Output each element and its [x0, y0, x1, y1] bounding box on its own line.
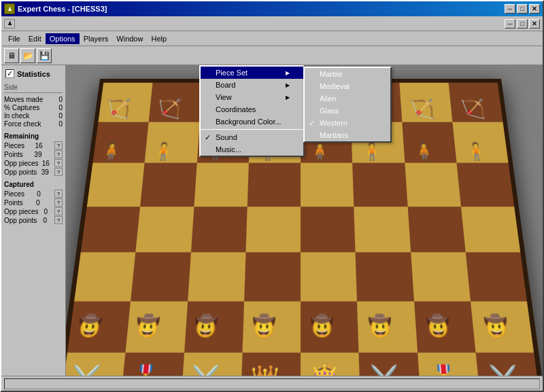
menu-help[interactable]: Help [147, 33, 171, 44]
menu-view[interactable]: View ▶ [201, 91, 303, 103]
piece-set-submenu: Marble Medieval Alien Glass [303, 67, 392, 143]
board-cell[interactable] [475, 353, 541, 376]
maximize-button[interactable]: □ [517, 4, 528, 14]
board-cell[interactable] [413, 301, 475, 353]
board-cell[interactable] [352, 163, 407, 207]
opp-points-help[interactable]: ? [54, 168, 63, 176]
arrow-icon: ▶ [286, 70, 290, 76]
board-cell[interactable] [456, 163, 514, 207]
remaining-title: Remaining [4, 132, 63, 140]
board-cell[interactable] [140, 163, 197, 207]
menu-martians[interactable]: Martians [305, 129, 390, 141]
board-cell[interactable] [67, 301, 131, 353]
board-cell[interactable] [242, 301, 301, 353]
board-cell[interactable] [241, 353, 301, 376]
board-cell[interactable] [190, 207, 247, 253]
board-cell[interactable] [87, 163, 145, 207]
board-cell[interactable] [402, 122, 456, 163]
main-window: ♟ Expert Chess - [CHESS3] ─ □ ✕ ♟ ─ □ ✕ … [0, 0, 544, 392]
board-cell[interactable] [461, 207, 521, 253]
menu-bg-color[interactable]: Background Color... [201, 115, 303, 128]
board-cell[interactable] [452, 122, 508, 163]
cap-pieces-help[interactable]: ? [54, 190, 63, 198]
board-cell[interactable] [92, 122, 148, 163]
stats-title: Statistics [17, 70, 50, 78]
board-cell[interactable] [407, 207, 465, 253]
menu-piece-set[interactable]: Piece Set ▶ Marble Medieval Alien [201, 67, 303, 79]
board-cell[interactable] [149, 83, 202, 122]
mdi-maximize[interactable]: □ [517, 19, 528, 29]
board-cell[interactable] [465, 252, 526, 301]
board-cell[interactable] [126, 301, 188, 353]
board-cell[interactable] [74, 252, 135, 301]
board-cell[interactable] [411, 252, 471, 301]
title-bar: ♟ Expert Chess - [CHESS3] ─ □ ✕ [1, 1, 543, 16]
board-cell[interactable] [184, 301, 243, 353]
board-cell[interactable] [99, 83, 153, 122]
board-cell[interactable] [301, 353, 360, 376]
board-cell[interactable] [145, 122, 199, 163]
board-cell[interactable] [399, 83, 452, 122]
board-cell[interactable] [357, 301, 417, 353]
board-cell[interactable] [359, 353, 421, 376]
board-cell[interactable] [136, 207, 194, 253]
side-label: Side [4, 84, 63, 93]
menu-options[interactable]: Options [46, 33, 80, 44]
menu-marble[interactable]: Marble [305, 68, 390, 80]
toolbar-save[interactable]: 💾 [37, 48, 52, 63]
menu-glass[interactable]: Glass [305, 105, 390, 117]
stats-checkbox[interactable]: ✓ [5, 69, 14, 78]
stat-in-check: In check 0 [4, 112, 63, 120]
close-button[interactable]: ✕ [529, 4, 540, 14]
board-cell[interactable] [81, 207, 141, 253]
cap-opp-pieces-help[interactable]: ? [54, 207, 63, 215]
menu-board[interactable]: Board ▶ [201, 79, 303, 91]
menu-alien[interactable]: Alien [305, 92, 390, 105]
menu-sound[interactable]: ✓ Sound [201, 131, 303, 143]
stats-header: ✓ Statistics [4, 68, 63, 79]
board-cell[interactable] [194, 163, 249, 207]
board-cell[interactable] [120, 353, 184, 376]
cap-opp-points-help[interactable]: ? [54, 216, 63, 224]
board-cell[interactable] [301, 252, 357, 301]
cap-pieces: Pieces 0 ? [4, 190, 63, 198]
cap-points-help[interactable]: ? [54, 198, 63, 207]
points-help[interactable]: ? [54, 150, 63, 158]
menu-music[interactable]: Music... [201, 143, 303, 156]
options-menu-popup: Piece Set ▶ Marble Medieval Alien [199, 65, 305, 157]
menu-medieval[interactable]: Medieval [305, 80, 390, 92]
board-cell[interactable] [354, 207, 411, 253]
status-bar [1, 376, 543, 391]
board-cell[interactable] [244, 252, 301, 301]
status-text [4, 378, 540, 389]
board-cell[interactable] [301, 301, 359, 353]
board-cell[interactable] [356, 252, 414, 301]
toolbar-new[interactable]: 🖥 [4, 48, 19, 63]
mdi-close[interactable]: ✕ [529, 19, 540, 29]
toolbar-open[interactable]: 📂 [20, 48, 35, 63]
menu-window[interactable]: Window [112, 33, 147, 44]
pieces-help[interactable]: ? [54, 141, 63, 149]
minimize-button[interactable]: ─ [505, 4, 515, 14]
board-cell[interactable] [405, 163, 461, 207]
mdi-minimize[interactable]: ─ [505, 19, 515, 29]
board-cell[interactable] [301, 163, 354, 207]
board-cell[interactable] [418, 353, 481, 376]
menu-players[interactable]: Players [80, 33, 113, 44]
board-cell[interactable] [180, 353, 242, 376]
board-cell[interactable] [301, 207, 356, 253]
menu-edit[interactable]: Edit [24, 33, 46, 44]
board-cell[interactable] [188, 252, 246, 301]
toolbar: 🖥 📂 💾 [1, 46, 543, 65]
board-cell[interactable] [66, 353, 126, 376]
board-cell[interactable] [245, 207, 301, 253]
menu-western[interactable]: ✓ Western [305, 117, 390, 129]
board-cell[interactable] [247, 163, 301, 207]
menu-file[interactable]: File [4, 33, 24, 44]
board-cell[interactable] [471, 301, 534, 353]
opp-pieces-help[interactable]: ? [54, 159, 63, 167]
menu-coordinates[interactable]: Coordinates [201, 103, 303, 115]
board-cell[interactable] [448, 83, 503, 122]
board-area: 🏹 🏹 🏹 🏹 🏹 🏹 🏹 🏹 🧍 🧍 🧍 🧍 🧍 🧍 🧍 🧍 ⚔️ [66, 65, 543, 376]
board-cell[interactable] [131, 252, 190, 301]
